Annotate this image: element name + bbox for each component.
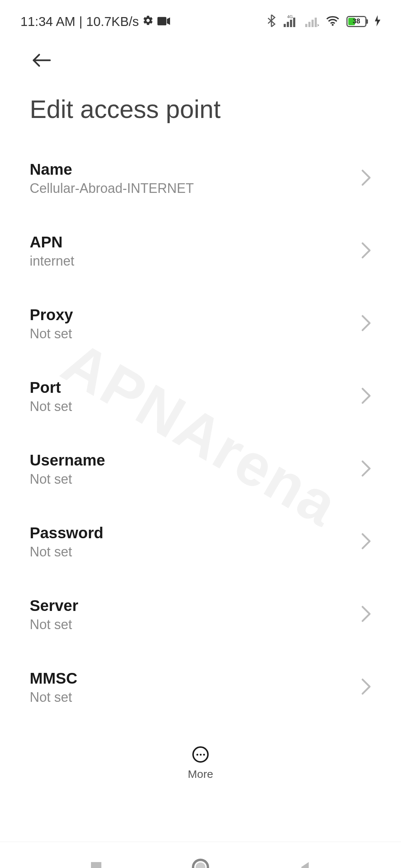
nav-home-button[interactable] [192,858,209,868]
setting-label: Proxy [30,306,73,324]
setting-row-apn[interactable]: APN internet [30,215,371,287]
setting-label: Port [30,379,72,397]
setting-row-username[interactable]: Username Not set [30,433,371,506]
gear-icon [143,14,154,29]
setting-value: Not set [30,399,72,414]
wifi-icon [326,15,340,28]
svg-rect-0 [157,17,166,25]
status-right: 4G × [267,14,381,29]
setting-row-server[interactable]: Server Not set [30,578,371,651]
setting-row-mmsc[interactable]: MMSC Not set [30,651,371,724]
svg-rect-4 [290,20,292,27]
setting-text: Name Cellular-Abroad-INTERNET [30,161,194,196]
more-button[interactable] [192,746,209,763]
page-title: Edit access point [0,70,401,142]
back-button[interactable] [32,50,52,70]
setting-text: MMSC Not set [30,670,77,705]
system-nav-bar [0,842,401,868]
setting-text: Proxy Not set [30,306,73,342]
setting-text: Port Not set [30,379,72,414]
svg-text:4G: 4G [287,14,293,19]
bottom-action-bar: More [0,735,401,780]
more-dot-icon [196,754,198,756]
setting-value: Not set [30,471,105,487]
chevron-right-icon [361,605,371,624]
cell-signal-4g-icon: 4G [283,14,297,29]
camera-icon [157,14,170,29]
svg-point-15 [196,862,205,868]
setting-value: Not set [30,690,77,705]
settings-list: Name Cellular-Abroad-INTERNET APN intern… [0,142,401,796]
chevron-right-icon [361,242,371,260]
nav-back-button[interactable] [297,859,313,868]
svg-rect-7 [309,22,311,27]
setting-label: Password [30,524,103,542]
setting-label: Server [30,597,78,615]
battery-icon: 38 [346,16,368,27]
more-dot-icon [203,754,205,756]
setting-value: internet [30,253,74,269]
setting-row-password[interactable]: Password Not set [30,506,371,578]
setting-value: Not set [30,544,103,560]
status-bar: 11:34 AM | 10.7KB/s 4G [0,0,401,35]
chevron-right-icon [361,387,371,406]
setting-value: Not set [30,617,78,632]
chevron-right-icon [361,315,371,333]
svg-point-11 [332,24,333,26]
setting-text: Username Not set [30,451,105,487]
setting-label: APN [30,233,74,251]
svg-rect-8 [312,20,314,27]
chevron-right-icon [361,678,371,697]
svg-rect-2 [284,24,286,27]
status-net-speed: 10.7KB/s [86,14,139,29]
svg-rect-13 [91,862,101,868]
svg-rect-3 [287,22,289,27]
cell-signal-no-sim-icon: × [304,14,319,29]
setting-text: Password Not set [30,524,103,560]
svg-rect-6 [305,24,307,27]
setting-label: Username [30,451,105,469]
setting-label: MMSC [30,670,77,687]
more-dot-icon [200,754,202,756]
status-separator: | [79,14,82,29]
chevron-right-icon [361,533,371,551]
setting-row-proxy[interactable]: Proxy Not set [30,287,371,360]
charging-icon [375,15,381,28]
setting-row-name[interactable]: Name Cellular-Abroad-INTERNET [30,142,371,215]
chevron-right-icon [361,169,371,188]
svg-rect-5 [293,17,296,27]
more-label: More [188,768,213,780]
status-time: 11:34 AM [20,14,75,29]
setting-value: Cellular-Abroad-INTERNET [30,181,194,196]
setting-label: Name [30,161,194,178]
nav-header [0,35,401,70]
setting-text: APN internet [30,233,74,269]
svg-text:×: × [317,22,319,27]
status-left: 11:34 AM | 10.7KB/s [20,14,170,29]
bluetooth-icon [267,14,276,29]
setting-text: Server Not set [30,597,78,632]
setting-value: Not set [30,326,73,342]
setting-row-port[interactable]: Port Not set [30,360,371,433]
chevron-right-icon [361,460,371,479]
nav-recent-button[interactable] [88,859,104,868]
